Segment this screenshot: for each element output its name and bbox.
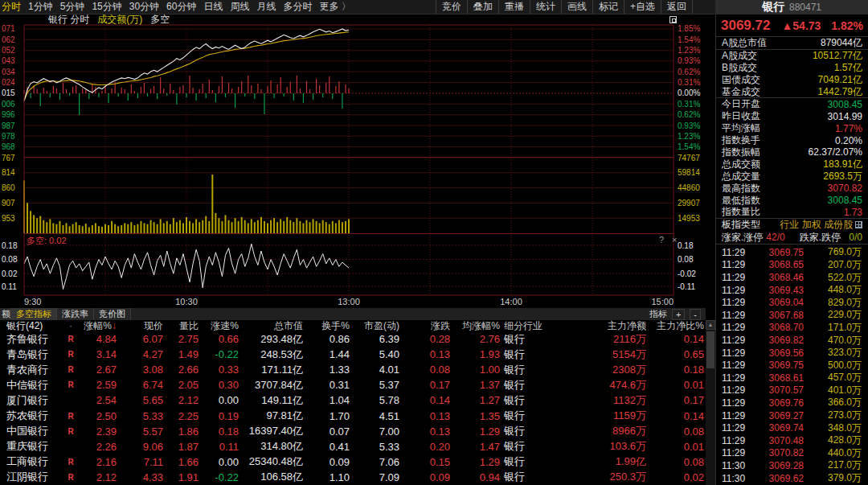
cell: 7.11 bbox=[117, 456, 163, 468]
svg-text:74767: 74767 bbox=[678, 154, 700, 162]
expand-icon[interactable] bbox=[669, 16, 677, 23]
intraday-chart[interactable]: 0710620520430340240150069969879789681.85… bbox=[0, 0, 715, 296]
cell: 103.6万 bbox=[579, 439, 646, 454]
scroll-up-icon[interactable]: ▲ bbox=[706, 320, 715, 330]
column-header-avg-change[interactable]: 均涨幅% bbox=[450, 319, 500, 333]
cell: 0.30 bbox=[199, 379, 239, 391]
stat-row-基金成交: 基金成交1442.79亿 bbox=[716, 86, 868, 98]
stock-name: 青农商行 bbox=[0, 363, 63, 377]
cell: 2.75 bbox=[163, 333, 199, 345]
cell: 1.27 bbox=[450, 394, 500, 406]
tick-row: 11:293070.82440.0万 bbox=[716, 446, 868, 459]
table-scrollbar[interactable]: ▲ bbox=[706, 320, 715, 485]
svg-text:44860: 44860 bbox=[678, 183, 700, 192]
tick-price: 3068.65 bbox=[760, 259, 804, 270]
table-row-重庆银行[interactable]: 重庆银行2.269.061.870.11314.80亿0.415.330.201… bbox=[0, 439, 706, 454]
cell: 7.09 bbox=[350, 471, 399, 483]
tick-time: 11:29 bbox=[722, 347, 760, 359]
tick-volume: 366.0万 bbox=[804, 396, 862, 409]
tick-time: 11:29 bbox=[722, 272, 760, 283]
cell: -0.22 bbox=[199, 348, 239, 360]
cell: 2.59 bbox=[79, 379, 117, 391]
table-row-厦门银行[interactable]: 厦门银行2.545.652.120.00149.11亿1.045.780.141… bbox=[0, 393, 706, 408]
table-row-齐鲁银行[interactable]: 齐鲁银行R4.846.072.750.66293.48亿0.866.390.28… bbox=[0, 331, 706, 347]
legend-volume-label[interactable]: 成交额(万) bbox=[97, 13, 142, 27]
cell: 2116万 bbox=[579, 332, 646, 347]
tick-time: 11:29 bbox=[722, 397, 760, 409]
tick-time: 11:29 bbox=[722, 285, 760, 296]
column-header-price[interactable]: 现价 bbox=[117, 319, 163, 333]
scrollbar-thumb[interactable] bbox=[706, 331, 714, 368]
cell: 0.28 bbox=[399, 333, 450, 345]
cell: 5.33 bbox=[350, 441, 399, 453]
column-header-pe[interactable]: 市盈(动) bbox=[350, 319, 399, 333]
cell: 1.29 bbox=[450, 425, 500, 438]
help-icon[interactable]: ? bbox=[659, 235, 664, 245]
stat-row-A股总市值: A股总市值879044亿 bbox=[716, 37, 868, 49]
legend-indicator-label[interactable]: 多空 bbox=[150, 13, 170, 27]
tick-price: 3069.43 bbox=[760, 285, 804, 296]
tick-time: 11:29 bbox=[722, 322, 760, 333]
cell: 0.15 bbox=[399, 456, 450, 468]
column-header-industry[interactable]: 细分行业 bbox=[500, 319, 579, 333]
cell: 银行 bbox=[500, 347, 579, 362]
cell: 1.99亿 bbox=[579, 454, 646, 469]
table-header-row: 银行(42) · 涨幅%↓ 现价 量比 涨速% 总市值 换手% 市盈(动) 涨跌… bbox=[0, 320, 706, 331]
stat-value: 1.73 bbox=[844, 207, 862, 218]
board-type-values[interactable]: 行业 加权 成份股 bbox=[780, 218, 853, 232]
column-header-change-pct[interactable]: 涨幅%↓ bbox=[79, 319, 117, 333]
svg-text:062: 062 bbox=[2, 35, 15, 44]
table-row-苏农银行[interactable]: 苏农银行R2.505.332.250.1997.81亿1.704.510.131… bbox=[0, 408, 706, 423]
tick-row: 11:293070.57401.0万 bbox=[716, 384, 868, 397]
svg-text:996: 996 bbox=[2, 110, 15, 119]
column-header-main-net[interactable]: 主力净额 bbox=[579, 319, 646, 333]
tick-price: 3069.74 bbox=[760, 422, 804, 434]
column-header-market-cap[interactable]: 总市值 bbox=[239, 319, 303, 333]
cell: 0.08 bbox=[646, 456, 704, 468]
tick-row: 11:293069.75500.0万 bbox=[716, 359, 868, 372]
table-row-青岛银行[interactable]: 青岛银行R3.144.271.49-0.22248.53亿1.445.400.1… bbox=[0, 347, 706, 362]
cell: 1.04 bbox=[303, 394, 350, 406]
grid-icon[interactable] bbox=[855, 221, 862, 228]
stat-row-指数振幅: 指数振幅62.37/2.07% bbox=[716, 146, 868, 158]
svg-text:0.02: 0.02 bbox=[2, 269, 18, 278]
stat-value: 3008.45 bbox=[828, 195, 862, 206]
column-header-change[interactable]: 涨跌 bbox=[399, 319, 450, 333]
table-row-工商银行[interactable]: 工商银行R2.167.111.660.0025340.48亿0.097.060.… bbox=[0, 454, 706, 470]
zoom-out-button[interactable]: - bbox=[690, 309, 701, 320]
stock-name: 苏农银行 bbox=[0, 409, 63, 423]
tick-row: 11:293069.82470.0万 bbox=[716, 334, 868, 347]
cell: 6.39 bbox=[350, 333, 399, 345]
column-header-volume-ratio[interactable]: 量比 bbox=[163, 319, 199, 333]
table-row-中国银行[interactable]: 中国银行R2.395.571.860.1816397.40亿0.077.000.… bbox=[0, 424, 706, 439]
column-header-main-net-pct[interactable]: 主力净比% bbox=[646, 319, 704, 333]
table-row-青农商行[interactable]: 青农商行R2.673.082.660.33171.11亿1.334.010.08… bbox=[0, 362, 706, 377]
cell: 4.01 bbox=[350, 364, 399, 376]
svg-text:0.62%: 0.62% bbox=[678, 68, 700, 76]
cell: 2.16 bbox=[79, 456, 117, 468]
cell: 1.86 bbox=[163, 425, 199, 438]
svg-text:1.85%: 1.85% bbox=[678, 24, 700, 33]
close-icon[interactable]: × bbox=[672, 235, 677, 245]
tick-volume: 229.0万 bbox=[804, 308, 862, 322]
stat-label: A股总市值 bbox=[722, 36, 767, 50]
cell: 0.65 bbox=[646, 348, 704, 360]
tick-row: 11:293068.61457.0万 bbox=[716, 371, 868, 384]
column-header-name[interactable]: 银行(42) bbox=[0, 319, 63, 333]
column-header-speed[interactable]: 涨速% bbox=[199, 319, 239, 333]
column-header-flag[interactable]: · bbox=[63, 320, 79, 331]
indicator-value-label: 多空: 0.02 bbox=[27, 235, 67, 247]
tick-list[interactable]: 11:293069.75769.0万11:293068.65207.0万11:2… bbox=[716, 245, 868, 483]
tick-row: 11:293069.56323.0万 bbox=[716, 346, 868, 359]
r-badge: R bbox=[63, 412, 79, 421]
column-header-turnover[interactable]: 换手% bbox=[303, 319, 350, 333]
tick-row: 11:293069.27273.0万 bbox=[716, 409, 868, 421]
cell: 0.01 bbox=[646, 441, 704, 453]
cell: 银行 bbox=[500, 378, 579, 393]
stat-row-今日开盘: 今日开盘3008.45 bbox=[716, 98, 868, 110]
stat-row-最高指数: 最高指数3070.82 bbox=[716, 183, 868, 195]
table-row-江阴银行[interactable]: 江阴银行R2.124.331.91-0.22106.58亿1.107.090.0… bbox=[0, 470, 706, 485]
cell: 2308万 bbox=[579, 363, 646, 377]
table-row-中信银行[interactable]: 中信银行R2.596.742.050.303707.84亿0.315.370.1… bbox=[0, 377, 706, 393]
zoom-in-button[interactable]: + bbox=[672, 309, 685, 320]
